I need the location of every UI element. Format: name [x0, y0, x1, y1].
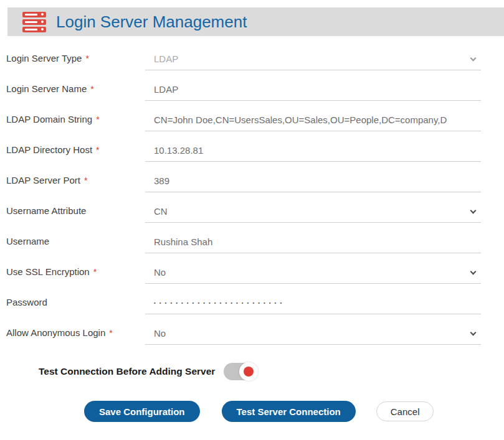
username-attribute-label: Username Attribute: [6, 192, 145, 223]
field-value: CN: [154, 206, 168, 217]
required-asterisk: *: [84, 176, 87, 185]
field-value: CN=John Doe,CN=UsersSales,OU=Sales,OU=Pe…: [154, 115, 447, 125]
required-asterisk: *: [90, 84, 93, 94]
required-asterisk: *: [85, 54, 88, 63]
server-icon-bar: [22, 12, 46, 17]
field-label-text: Login Server Type: [6, 53, 82, 63]
use-ssl-encryption-select[interactable]: No: [145, 253, 481, 284]
field-row-allow-anonymous-login: Allow Anonymous Login*No: [0, 314, 504, 345]
field-label-text: Use SSL Encryption: [6, 266, 90, 277]
field-value: No: [154, 267, 166, 278]
field-row-ldap-server-port: LDAP Server Port*389: [0, 162, 504, 192]
save-configuration-button[interactable]: Save Configuration: [84, 401, 200, 422]
login-server-name-label: Login Server Name*: [6, 70, 145, 101]
ldap-directory-host-label: LDAP Directory Host*: [6, 131, 145, 162]
ldap-directory-host-input[interactable]: 10.13.28.81: [145, 131, 481, 162]
use-ssl-encryption-label: Use SSL Encryption*: [6, 253, 145, 284]
allow-anonymous-login-select[interactable]: No: [145, 314, 481, 345]
field-label-text: LDAP Domain String: [6, 114, 92, 124]
field-label-text: Login Server Name: [6, 83, 87, 94]
chevron-down-icon: [470, 330, 477, 336]
page-header: Login Server Management: [7, 7, 504, 36]
username-input[interactable]: Rushina Shah: [145, 223, 481, 253]
field-row-password: Password••••••••••••••••••••••••: [0, 284, 504, 314]
field-value: LDAP: [154, 54, 178, 64]
field-row-username: UsernameRushina Shah: [0, 223, 504, 253]
ldap-server-port-input[interactable]: 389: [145, 162, 481, 192]
username-attribute-select[interactable]: CN: [145, 192, 481, 223]
field-row-login-server-type: Login Server Type*LDAP: [0, 40, 504, 70]
required-asterisk: *: [93, 267, 97, 277]
field-row-username-attribute: Username AttributeCN: [0, 192, 504, 223]
toggle-knob-dot: [244, 367, 254, 377]
username-label: Username: [6, 223, 145, 253]
server-icon-bar: [22, 19, 46, 25]
server-icon-bar: [22, 27, 46, 32]
test-connection-toggle-row: Test Connection Before Adding Server: [0, 362, 504, 381]
chevron-down-icon: [470, 208, 477, 214]
field-value: ••••••••••••••••••••••••: [154, 300, 285, 306]
field-row-ldap-domain-string: LDAP Domain String*CN=John Doe,CN=UsersS…: [0, 101, 504, 131]
field-label-text: Username: [6, 236, 49, 246]
required-asterisk: *: [109, 328, 112, 338]
field-label-text: Username Attribute: [6, 205, 86, 216]
field-value: No: [154, 328, 166, 339]
field-label-text: Allow Anonymous Login: [6, 327, 105, 338]
field-label-text: LDAP Directory Host: [6, 144, 92, 155]
field-row-use-ssl-encryption: Use SSL Encryption*No: [0, 253, 504, 284]
ldap-domain-string-label: LDAP Domain String*: [6, 101, 145, 131]
ldap-server-port-label: LDAP Server Port*: [6, 162, 145, 192]
field-row-login-server-name: Login Server Name*LDAP: [0, 70, 504, 101]
action-buttons: Save Configuration Test Server Connectio…: [0, 401, 504, 422]
password-label: Password: [6, 284, 145, 314]
cancel-button[interactable]: Cancel: [376, 401, 434, 421]
server-icon: [22, 12, 46, 32]
allow-anonymous-login-label: Allow Anonymous Login*: [6, 314, 145, 345]
test-connection-toggle-label: Test Connection Before Adding Server: [39, 366, 215, 377]
test-server-connection-button[interactable]: Test Server Connection: [222, 401, 356, 422]
field-row-ldap-directory-host: LDAP Directory Host*10.13.28.81: [0, 131, 504, 162]
toggle-knob: [239, 362, 258, 381]
login-server-name-input[interactable]: LDAP: [145, 70, 481, 101]
form-rows: Login Server Type*LDAPLogin Server Name*…: [0, 40, 504, 345]
password-input[interactable]: ••••••••••••••••••••••••: [145, 284, 481, 314]
field-value: LDAP: [154, 84, 178, 95]
ldap-domain-string-input[interactable]: CN=John Doe,CN=UsersSales,OU=Sales,OU=Pe…: [145, 101, 481, 131]
field-label-text: LDAP Server Port: [6, 175, 80, 185]
required-asterisk: *: [96, 115, 99, 124]
test-connection-toggle[interactable]: [224, 363, 257, 380]
chevron-down-icon: [470, 55, 477, 62]
field-value: 389: [154, 176, 169, 186]
field-value: 10.13.28.81: [154, 145, 203, 156]
chevron-down-icon: [470, 269, 477, 275]
required-asterisk: *: [96, 145, 99, 155]
field-value: Rushina Shah: [154, 236, 212, 247]
login-server-type-label: Login Server Type*: [6, 40, 145, 70]
login-server-type-select[interactable]: LDAP: [145, 40, 481, 70]
page-title: Login Server Management: [56, 12, 247, 32]
field-label-text: Password: [6, 297, 47, 307]
